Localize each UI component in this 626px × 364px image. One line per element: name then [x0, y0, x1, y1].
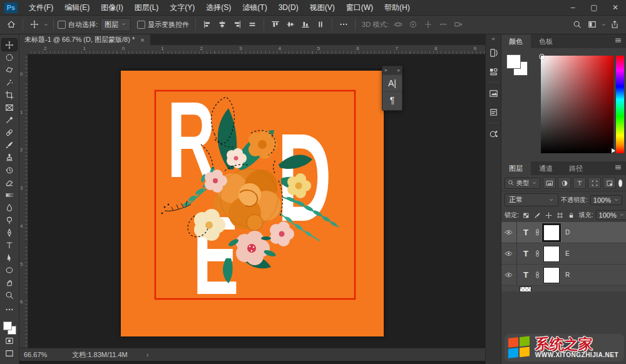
color-swatch-pair[interactable] — [506, 54, 529, 77]
layer-mask-thumbnail[interactable] — [543, 267, 560, 283]
minimize-button[interactable]: – — [562, 0, 583, 15]
move-tool[interactable] — [2, 39, 17, 51]
menu-item-10[interactable]: 窗口(W) — [341, 0, 379, 15]
search-icon[interactable] — [570, 18, 585, 31]
quick-mask-icon[interactable] — [2, 335, 17, 346]
visibility-toggle[interactable] — [501, 265, 517, 285]
eyedropper-tool[interactable] — [2, 114, 17, 126]
menu-item-1[interactable]: 文件(F) — [23, 0, 59, 15]
layer-row-D[interactable]: TD — [501, 222, 626, 243]
screen-mode-icon[interactable] — [2, 347, 17, 359]
align-left-icon[interactable] — [200, 18, 215, 31]
ellipse-shape-tool[interactable] — [2, 264, 17, 276]
character-panel-icon[interactable]: A| — [382, 74, 402, 91]
pixel-filter-icon[interactable] — [543, 177, 556, 189]
document-canvas[interactable]: R D E — [121, 71, 384, 336]
close-button[interactable]: ✕ — [605, 0, 626, 15]
picker-cursor[interactable] — [539, 54, 545, 59]
menu-item-2[interactable]: 编辑(E) — [59, 0, 95, 15]
lock-move-icon[interactable] — [544, 211, 554, 220]
menu-item-3[interactable]: 图像(I) — [95, 0, 128, 15]
saturation-brightness-picker[interactable] — [541, 56, 613, 153]
foreground-color-swatch[interactable] — [3, 321, 12, 330]
hand-tool[interactable] — [2, 276, 17, 288]
history-panel-icon[interactable] — [486, 45, 500, 60]
color-swatches[interactable] — [3, 321, 16, 335]
status-chevron-icon[interactable]: › — [146, 351, 149, 358]
tab-channels[interactable]: 通道 — [531, 161, 561, 175]
dodge-tool[interactable] — [2, 214, 17, 226]
lock-artboard-icon[interactable] — [555, 211, 565, 220]
menu-item-6[interactable]: 选择(S) — [200, 0, 237, 15]
blend-mode-dropdown[interactable]: 正常 — [505, 193, 558, 206]
styles-panel-icon[interactable] — [486, 64, 500, 79]
tab-layers[interactable]: 图层 — [501, 161, 531, 175]
text-layer-thumbnail[interactable]: T — [520, 270, 532, 280]
document-tab[interactable]: 未标题-1 @ 66.7% (D, 图层蒙版/8) * × — [19, 34, 150, 45]
vertical-ruler[interactable]: 0123456 — [19, 54, 28, 348]
collapse-icon[interactable]: » — [384, 68, 387, 73]
type-filter-icon[interactable] — [573, 177, 586, 189]
collapse-dock-icon[interactable]: « — [491, 34, 495, 43]
hue-slider-handle[interactable] — [612, 148, 615, 153]
tab-paths[interactable]: 路径 — [561, 161, 591, 175]
horizontal-ruler[interactable]: 210123456789 — [28, 45, 485, 54]
canvas-pasteboard[interactable]: R D E — [28, 54, 485, 348]
smart-filter-icon[interactable] — [603, 177, 616, 189]
edit-toolbar-icon[interactable] — [2, 303, 17, 315]
chevron-down-icon[interactable] — [600, 18, 607, 31]
chevron-down-icon[interactable] — [42, 18, 49, 31]
distribute-h-icon[interactable] — [245, 18, 260, 31]
tab-color[interactable]: 颜色 — [501, 34, 531, 48]
brush-tool[interactable] — [2, 139, 17, 151]
gradient-tool[interactable] — [2, 189, 17, 201]
ruler-corner[interactable] — [19, 45, 28, 54]
distribute-v-icon[interactable] — [313, 18, 328, 31]
opacity-dropdown[interactable]: 100% — [590, 195, 622, 205]
close-icon[interactable]: × — [140, 36, 144, 44]
healing-brush-tool[interactable] — [2, 126, 17, 138]
menu-item-11[interactable]: 帮助(H) — [379, 0, 416, 15]
align-right-icon[interactable] — [230, 18, 245, 31]
move-tool-icon[interactable] — [27, 18, 42, 31]
more-options-icon[interactable] — [336, 18, 351, 31]
magic-wand-tool[interactable] — [2, 76, 17, 88]
clone-stamp-tool[interactable] — [2, 151, 17, 163]
lock-transparent-icon[interactable] — [521, 211, 531, 220]
tab-swatches[interactable]: 色板 — [531, 34, 561, 48]
blur-tool[interactable] — [2, 201, 17, 213]
adjustment-filter-icon[interactable] — [558, 177, 571, 189]
eraser-tool[interactable] — [2, 176, 17, 188]
path-select-tool[interactable] — [2, 251, 17, 263]
lock-all-icon[interactable] — [567, 211, 577, 220]
align-center-h-icon[interactable] — [215, 18, 230, 31]
menu-item-4[interactable]: 图层(L) — [129, 0, 165, 15]
frame-tool[interactable] — [2, 101, 17, 113]
lasso-tool[interactable] — [2, 64, 17, 76]
menu-item-5[interactable]: 文字(Y) — [164, 0, 200, 15]
layer-mask-thumbnail[interactable] — [543, 225, 560, 241]
layer-row-E[interactable]: TE — [501, 243, 626, 265]
properties-panel-icon[interactable] — [486, 104, 500, 119]
close-icon[interactable]: × — [397, 68, 400, 73]
share-icon[interactable] — [607, 18, 622, 31]
foreground-color-swatch[interactable] — [506, 54, 521, 69]
text-layer-thumbnail[interactable]: T — [520, 228, 532, 237]
fill-dropdown[interactable]: 100% — [596, 210, 626, 220]
crop-tool[interactable] — [2, 89, 17, 101]
menu-item-7[interactable]: 滤镜(T) — [237, 0, 272, 15]
text-layer-thumbnail[interactable]: T — [520, 249, 532, 258]
show-transform-checkbox[interactable] — [137, 21, 145, 29]
lock-paint-icon[interactable] — [533, 211, 543, 220]
home-icon[interactable] — [4, 18, 19, 31]
filter-type-dropdown[interactable]: 类型 — [505, 178, 540, 189]
panel-menu-icon[interactable] — [614, 163, 622, 173]
hue-slider-strip[interactable] — [616, 56, 624, 153]
zoom-level[interactable]: 66.67% — [24, 351, 47, 358]
visibility-toggle[interactable] — [501, 222, 517, 243]
type-tool[interactable] — [2, 239, 17, 251]
align-middle-icon[interactable] — [283, 18, 298, 31]
visibility-toggle[interactable] — [501, 243, 517, 264]
paragraph-panel-icon[interactable]: ¶ — [382, 91, 402, 108]
zoom-tool[interactable] — [2, 289, 17, 301]
